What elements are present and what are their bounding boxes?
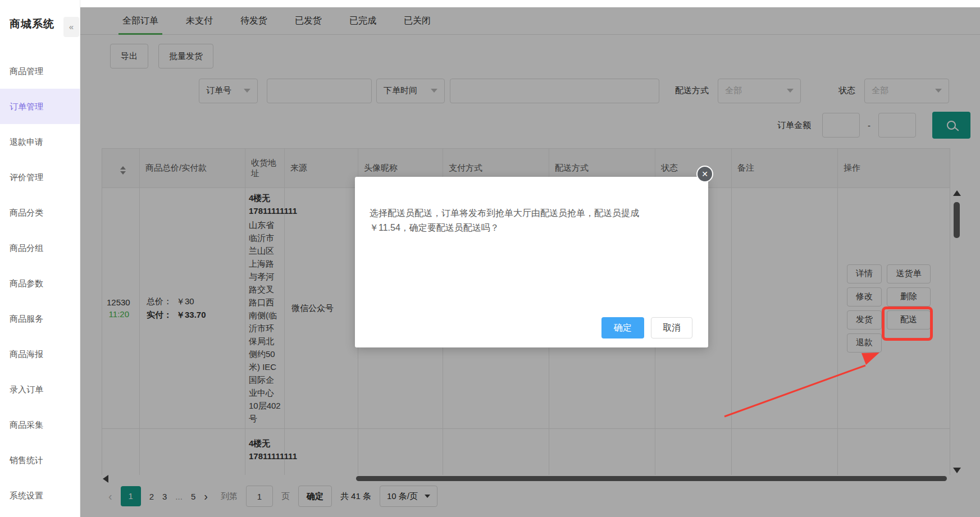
sidebar-item-goods-group[interactable]: 商品分组 <box>0 230 80 266</box>
sidebar-item-system-settings[interactable]: 系统设置 <box>0 478 80 513</box>
dialog-message-line1: 选择配送员配送，订单将发布到抢单大厅由配送员抢单，配送员提成 <box>370 206 690 221</box>
sidebar-item-review-management[interactable]: 评价管理 <box>0 159 80 195</box>
dialog-message: 选择配送员配送，订单将发布到抢单大厅由配送员抢单，配送员提成 ￥11.54，确定… <box>370 206 690 235</box>
order-management-page: 商城系统 « 商品管理 订单管理 退款申请 评价管理 商品分类 商品分组 商品参… <box>0 0 980 517</box>
collapse-icon: « <box>69 22 74 31</box>
sidebar-item-goods-poster[interactable]: 商品海报 <box>0 336 80 372</box>
sidebar-item-order-entry[interactable]: 录入订单 <box>0 372 80 407</box>
confirm-button[interactable]: 确定 <box>601 317 644 338</box>
sidebar-item-goods-management[interactable]: 商品管理 <box>0 53 80 89</box>
sidebar-menu: 商品管理 订单管理 退款申请 评价管理 商品分类 商品分组 商品参数 商品服务 … <box>0 53 80 513</box>
close-icon[interactable]: ✕ <box>696 166 713 182</box>
dispatch-confirm-dialog: ✕ 选择配送员配送，订单将发布到抢单大厅由配送员抢单，配送员提成 ￥11.54，… <box>355 177 708 347</box>
dialog-message-line2: ￥11.54，确定要配送员配送吗？ <box>370 221 690 235</box>
sidebar-item-refund-apply[interactable]: 退款申请 <box>0 124 80 159</box>
sidebar: 商城系统 « 商品管理 订单管理 退款申请 评价管理 商品分类 商品分组 商品参… <box>0 0 80 517</box>
sidebar-item-sales-stats[interactable]: 销售统计 <box>0 442 80 478</box>
sidebar-item-goods-params[interactable]: 商品参数 <box>0 266 80 301</box>
sidebar-item-order-management[interactable]: 订单管理 <box>0 89 80 124</box>
dialog-buttons: 确定 取消 <box>601 317 692 338</box>
sidebar-item-goods-service[interactable]: 商品服务 <box>0 301 80 336</box>
cancel-button[interactable]: 取消 <box>651 317 692 338</box>
sidebar-item-goods-category[interactable]: 商品分类 <box>0 195 80 230</box>
sidebar-collapse-button[interactable]: « <box>63 17 79 37</box>
sidebar-item-goods-collect[interactable]: 商品采集 <box>0 407 80 442</box>
